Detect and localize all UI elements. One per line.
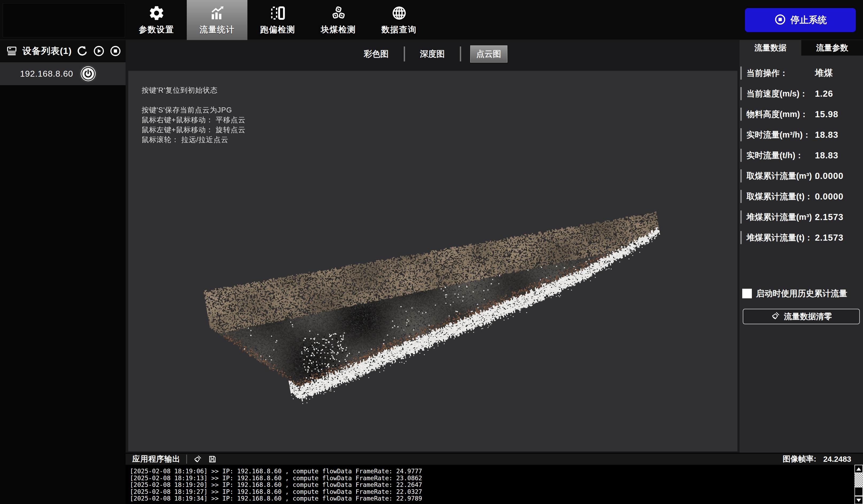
clear-flow-data-button[interactable]: 流量数据清零 bbox=[743, 309, 860, 324]
broom-icon bbox=[771, 311, 780, 322]
framerate-readout: 图像帧率: 24.2483 bbox=[783, 454, 851, 465]
row-marker bbox=[740, 211, 742, 224]
start-all-icon[interactable] bbox=[93, 45, 105, 57]
view-tab-1[interactable]: 深度图 bbox=[414, 46, 451, 62]
scroll-up-icon[interactable] bbox=[854, 465, 863, 473]
device-list-icon bbox=[6, 45, 17, 57]
toolbar-tab-label: 参数设置 bbox=[139, 24, 174, 35]
row-marker bbox=[740, 190, 742, 203]
flow-data-row: 实时流量(m³/h)：18.83 bbox=[740, 125, 863, 145]
flow-data-row: 取煤累计流量(m³)：0.0000 bbox=[740, 166, 863, 186]
stop-circle-icon bbox=[774, 13, 786, 27]
flow-row-label: 取煤累计流量(t)： bbox=[747, 191, 813, 202]
toolbar-tab-1[interactable]: 流量统计 bbox=[187, 0, 247, 40]
history-flow-checkbox[interactable] bbox=[742, 289, 752, 298]
tab-separator bbox=[460, 47, 461, 61]
toolbar-tab-0[interactable]: 参数设置 bbox=[126, 0, 187, 40]
row-marker bbox=[740, 231, 742, 244]
row-marker bbox=[740, 149, 742, 162]
scroll-down-icon[interactable] bbox=[854, 496, 863, 504]
power-icon[interactable] bbox=[82, 68, 94, 79]
flow-row-label: 当前操作： bbox=[747, 67, 788, 79]
flow-data-row: 堆煤累计流量(m³)：2.1573 bbox=[740, 207, 863, 227]
toolbar-tab-4[interactable]: 数据查询 bbox=[369, 0, 429, 40]
device-row[interactable]: 192.168.8.60 bbox=[0, 62, 126, 85]
flow-row-value: 1.26 bbox=[815, 89, 833, 99]
clear-log-broom-icon[interactable] bbox=[193, 455, 202, 464]
stop-system-label: 停止系统 bbox=[791, 14, 827, 26]
device-sidebar: 设备列表(1) 192.168.8.60 bbox=[0, 40, 126, 504]
toolbar-tab-2[interactable]: 跑偏检测 bbox=[247, 0, 308, 40]
refresh-devices-icon[interactable] bbox=[76, 45, 88, 57]
view-tab-0[interactable]: 彩色图 bbox=[358, 46, 395, 62]
flow-row-label: 堆煤累计流量(m³)： bbox=[747, 212, 820, 223]
stop-all-icon[interactable] bbox=[109, 45, 122, 57]
log-line: [2025-02-08 18:19:13] >> IP: 192.168.8.6… bbox=[130, 475, 854, 482]
log-output[interactable]: [2025-02-08 18:19:06] >> IP: 192.168.8.6… bbox=[126, 465, 854, 504]
flow-data-row: 实时流量(t/h)：18.83 bbox=[740, 145, 863, 166]
row-marker bbox=[740, 66, 742, 79]
toolbar-tab-label: 流量统计 bbox=[200, 24, 235, 35]
gear-icon bbox=[148, 5, 165, 21]
flow-row-value: 18.83 bbox=[815, 130, 838, 140]
toolbar-tab-label: 数据查询 bbox=[382, 24, 417, 35]
flow-data-rows: 当前操作：堆煤当前速度(m/s)：1.26物料高度(mm)：15.98实时流量(… bbox=[740, 63, 863, 248]
instruction-line: 按键'R'复位到初始状态 bbox=[141, 86, 246, 95]
framerate-value: 24.2483 bbox=[823, 455, 851, 464]
coal-icon bbox=[330, 5, 347, 21]
flow-row-value: 0.0000 bbox=[815, 191, 843, 202]
flow-data-row: 当前操作：堆煤 bbox=[740, 63, 863, 83]
main-view: 彩色图深度图点云图 按键'R'复位到初始状态按键'S'保存当前点云为JPG鼠标右… bbox=[126, 40, 740, 453]
save-log-icon[interactable] bbox=[208, 455, 217, 464]
viewer-instructions: 按键'R'复位到初始状态按键'S'保存当前点云为JPG鼠标右键+鼠标移动： 平移… bbox=[141, 86, 246, 145]
flow-row-label: 堆煤累计流量(t)： bbox=[747, 232, 813, 243]
history-flow-checkbox-row[interactable]: 启动时使用历史累计流量 bbox=[742, 288, 847, 299]
toolbar-tab-label: 块煤检测 bbox=[321, 24, 356, 35]
log-line: [2025-02-08 18:19:27] >> IP: 192.168.8.6… bbox=[130, 489, 854, 495]
tab-separator bbox=[404, 47, 405, 61]
flow-data-row: 取煤累计流量(t)：0.0000 bbox=[740, 186, 863, 207]
clear-flow-data-label: 流量数据清零 bbox=[784, 311, 832, 322]
instruction-line: 按键'S'保存当前点云为JPG bbox=[141, 105, 246, 115]
flow-panel-tab-1[interactable]: 流量参数 bbox=[801, 40, 863, 55]
topbar-empty-panel bbox=[3, 3, 125, 37]
scrollbar-thumb[interactable] bbox=[854, 487, 863, 496]
row-marker bbox=[740, 87, 742, 100]
view-mode-tabs: 彩色图深度图点云图 bbox=[126, 46, 740, 62]
flow-panel-tabs: 流量数据流量参数 bbox=[740, 40, 863, 55]
log-line: [2025-02-08 18:19:34] >> IP: 192.168.8.6… bbox=[130, 495, 854, 502]
toolbar-tab-label: 跑偏检测 bbox=[260, 24, 296, 35]
flow-row-value: 2.1573 bbox=[815, 232, 843, 243]
pointcloud-viewer[interactable]: 按键'R'复位到初始状态按键'S'保存当前点云为JPG鼠标右键+鼠标移动： 平移… bbox=[128, 71, 737, 451]
flow-panel-tab-0[interactable]: 流量数据 bbox=[740, 40, 801, 55]
flow-data-row: 堆煤累计流量(t)：2.1573 bbox=[740, 227, 863, 248]
flow-row-value: 18.83 bbox=[815, 150, 838, 161]
output-panel: 应用程序输出 图像帧率: 24.2483 [2025-02-08 18:19:0… bbox=[126, 453, 863, 504]
flow-row-label: 当前速度(m/s)： bbox=[747, 88, 808, 99]
flow-row-label: 实时流量(t/h)： bbox=[747, 150, 804, 161]
log-scrollbar[interactable] bbox=[854, 465, 863, 504]
history-flow-label: 启动时使用历史累计流量 bbox=[756, 288, 847, 299]
row-marker bbox=[740, 169, 742, 182]
instruction-line bbox=[141, 95, 246, 105]
toolbar-tab-3[interactable]: 块煤检测 bbox=[308, 0, 369, 40]
stop-system-button[interactable]: 停止系统 bbox=[745, 8, 856, 32]
bar-chart-icon bbox=[209, 5, 225, 21]
flow-data-row: 物料高度(mm)：15.98 bbox=[740, 104, 863, 125]
row-marker bbox=[740, 108, 742, 121]
output-title: 应用程序输出 bbox=[132, 454, 180, 465]
instruction-line: 鼠标右键+鼠标移动： 平移点云 bbox=[141, 115, 246, 125]
flow-row-label: 取煤累计流量(m³)： bbox=[747, 171, 820, 181]
toolbar: 参数设置流量统计跑偏检测块煤检测数据查询 bbox=[126, 0, 429, 40]
flow-row-label: 实时流量(m³/h)： bbox=[747, 129, 811, 140]
device-list-title: 设备列表(1) bbox=[23, 45, 72, 57]
log-line: [2025-02-08 18:19:20] >> IP: 192.168.8.6… bbox=[130, 481, 854, 489]
top-bar: 参数设置流量统计跑偏检测块煤检测数据查询 停止系统 bbox=[0, 0, 863, 40]
instruction-line: 鼠标滚轮： 拉远/拉近点云 bbox=[141, 135, 246, 145]
header-divider bbox=[186, 455, 187, 464]
flow-row-value: 0.0000 bbox=[815, 171, 843, 181]
flow-row-label: 物料高度(mm)： bbox=[747, 109, 808, 120]
view-tab-2[interactable]: 点云图 bbox=[470, 46, 508, 63]
log-line: [2025-02-08 18:19:06] >> IP: 192.168.8.6… bbox=[130, 468, 854, 475]
scrollbar-track[interactable] bbox=[854, 473, 863, 487]
